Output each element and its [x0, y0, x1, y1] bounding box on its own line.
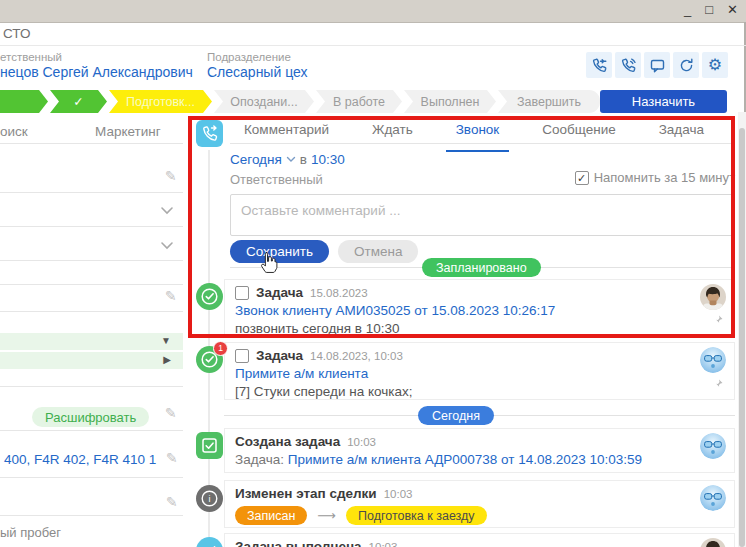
chat-icon [649, 57, 666, 74]
card-title: Задача выполнена [235, 539, 362, 547]
bot-avatar [700, 347, 726, 373]
schedule-row: Сегодня в 10:30 [230, 152, 345, 167]
activity-tabs: Комментарий Ждать Звонок Сообщение Задач… [244, 122, 704, 143]
deal-stage-bar: ✓ Подготовк... Опоздани... В работе Выпо… [0, 90, 600, 113]
reminder-checkbox[interactable]: ✓ [575, 171, 589, 185]
pin-icon[interactable] [712, 312, 724, 330]
list-row-selected[interactable]: ▼ [0, 333, 183, 350]
task-link[interactable]: Примите а/м клиента [235, 366, 724, 381]
planned-badge: Запланировано [422, 258, 541, 277]
stage-chip[interactable] [0, 90, 48, 113]
timeline-card-event: Создана задача 10:03 Задача: Примите а/м… [224, 428, 735, 473]
close-button[interactable]: ✕ [727, 2, 738, 18]
scrollbar-thumb[interactable] [739, 128, 745, 547]
call-activity-icon [196, 120, 223, 147]
old-stage-badge: Записан [235, 506, 307, 525]
decrypt-button[interactable]: Расшифровать [32, 407, 149, 427]
expand-triangle-icon[interactable]: ▶ [163, 354, 171, 365]
sync-button[interactable] [673, 52, 699, 78]
task-checkbox[interactable] [235, 349, 249, 363]
svg-text:i: i [209, 494, 211, 504]
list-row-selected[interactable]: ▶ [0, 352, 183, 369]
tab-task[interactable]: Задача [659, 122, 704, 143]
task-activity-icon: 1 [196, 346, 223, 373]
pin-icon[interactable] [712, 376, 724, 394]
refresh-icon [678, 57, 695, 74]
chevron-down-icon[interactable] [160, 201, 174, 219]
card-title: Изменен этап сделки [235, 486, 377, 501]
stage-chip-current[interactable]: Подготовк... [109, 90, 212, 113]
divider [0, 430, 183, 431]
stage-chip[interactable]: Завершить [498, 90, 600, 113]
card-datetime: 14.08.2023, 10:03 [310, 350, 403, 362]
field-underline [0, 192, 183, 193]
assign-button[interactable]: Назначить [600, 90, 727, 113]
edit-pencil-icon[interactable]: ✎ [165, 168, 177, 184]
header-divider [0, 45, 746, 46]
task-link[interactable]: Примите а/м клиента АДР000738 от 14.08.2… [288, 452, 642, 467]
stage-chip-done[interactable]: ✓ [50, 90, 107, 113]
chevron-down-icon[interactable] [286, 156, 296, 163]
card-note: [7] Стуки спереди на кочках; [235, 384, 724, 399]
tab-marketing[interactable]: Маркетинг [95, 124, 161, 139]
timeline-card-task: Задача 15.08.2023 Звонок клиенту АМИ0350… [224, 279, 735, 336]
parts-link[interactable]: 400, F4R 402, F4R 410 1 [4, 452, 156, 467]
minimize-button[interactable]: _ [684, 2, 691, 18]
field-underline [0, 284, 183, 285]
bot-avatar [700, 433, 726, 459]
reminder-row: ✓ Напомнить за 15 минут [430, 170, 735, 185]
card-time: 10:03 [347, 436, 376, 448]
time-select[interactable]: 10:30 [311, 152, 345, 167]
call-transfer-button[interactable] [586, 52, 612, 78]
date-select[interactable]: Сегодня [230, 152, 282, 167]
notification-badge: 1 [213, 341, 228, 356]
tab-call[interactable]: Звонок [456, 122, 500, 143]
task-done-icon [196, 537, 223, 547]
card-time: 10:03 [369, 541, 398, 547]
call-button[interactable] [615, 52, 641, 78]
dropdown-triangle-icon[interactable]: ▼ [161, 335, 171, 346]
check-icon: ✓ [73, 94, 83, 109]
avatar [700, 284, 726, 310]
stage-chip[interactable]: Выполнен [404, 90, 496, 113]
stage-chip[interactable]: В работе [316, 90, 402, 113]
department-value-link[interactable]: Слесарный цех [207, 64, 307, 80]
responsible-value-link[interactable]: нецов Сергей Александрович [0, 64, 193, 80]
chat-button[interactable] [644, 52, 670, 78]
edit-pencil-icon[interactable]: ✎ [166, 494, 178, 510]
reminder-label: Напомнить за 15 минут [594, 170, 735, 185]
task-link[interactable]: Звонок клиенту АМИ035025 от 15.08.2023 1… [235, 303, 724, 318]
settings-button[interactable]: ⚙ [702, 52, 728, 78]
card-title: Задача [256, 348, 303, 363]
header-toolbar: ⚙ [586, 52, 728, 78]
divider [0, 143, 183, 144]
phone-icon [620, 57, 637, 74]
maximize-button[interactable]: □ [705, 2, 713, 18]
tab-wait[interactable]: Ждать [372, 122, 413, 143]
today-badge: Сегодня [418, 406, 494, 425]
timeline-card-stage-change: Изменен этап сделки 10:03 Записан ⟶ Подг… [224, 480, 735, 528]
gear-icon: ⚙ [708, 57, 722, 73]
tab-search[interactable]: оиск [0, 124, 28, 139]
stage-chip[interactable]: Опоздани... [214, 90, 314, 113]
tab-message[interactable]: Сообщение [542, 122, 615, 143]
window-controls: _ □ ✕ [684, 2, 738, 18]
task-checkbox[interactable] [235, 286, 249, 300]
save-button[interactable]: Сохранить [230, 240, 329, 263]
edit-pencil-icon[interactable]: ✎ [166, 450, 178, 466]
field-underline [0, 311, 183, 312]
cancel-button[interactable]: Отмена [338, 240, 418, 263]
card-time: 10:03 [384, 488, 413, 500]
arrow-right-icon: ⟶ [317, 508, 336, 523]
edit-pencil-icon[interactable]: ✎ [165, 288, 177, 304]
field-underline [0, 515, 183, 516]
task-created-icon [196, 432, 223, 459]
card-datetime: 15.08.2023 [310, 287, 368, 299]
edit-pencil-icon[interactable]: ✎ [165, 405, 177, 421]
chevron-down-icon[interactable] [160, 236, 174, 254]
divider [0, 386, 183, 387]
field-underline [0, 477, 183, 478]
card-note: позвонить сегодня в 10:30 [235, 321, 724, 336]
comment-input[interactable] [230, 194, 735, 236]
tab-comment[interactable]: Комментарий [244, 122, 329, 143]
